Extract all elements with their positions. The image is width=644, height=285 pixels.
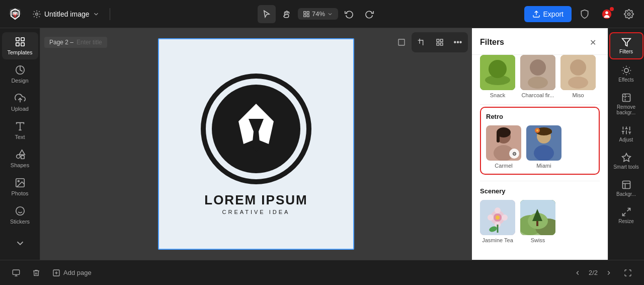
logo-subtitle: CREATIVE IDEA xyxy=(204,209,307,215)
svg-point-59 xyxy=(495,207,501,213)
next-page-button[interactable] xyxy=(602,266,616,280)
filter-thumb-miami xyxy=(526,125,561,161)
sidebar-label-text: Text xyxy=(15,134,25,140)
canvas-tools-center: 74% xyxy=(258,5,378,23)
filter-item-swiss[interactable]: Swiss xyxy=(520,200,555,243)
profile-button[interactable] xyxy=(598,5,616,23)
separator xyxy=(110,8,110,20)
sidebar-item-shapes[interactable]: Shapes xyxy=(2,145,38,172)
sidebar-label-design: Design xyxy=(11,78,28,84)
sidebar-item-stickers[interactable]: Stickers xyxy=(2,201,38,229)
svg-line-78 xyxy=(623,67,623,68)
filter-item-snack[interactable]: Snack xyxy=(480,55,515,98)
svg-marker-74 xyxy=(622,39,630,46)
filter-thumb-carmel: ⚙ xyxy=(486,125,521,161)
sidebar-item-upload[interactable]: Upload xyxy=(2,89,38,116)
page-number-label: Page 2 – xyxy=(49,39,73,46)
svg-rect-97 xyxy=(13,270,19,274)
select-tool-button[interactable] xyxy=(258,5,276,23)
svg-rect-9 xyxy=(16,38,19,41)
right-sidebar-label-remove-bg: Remove backgr... xyxy=(611,104,641,115)
svg-rect-0 xyxy=(13,12,18,15)
frame-button[interactable] xyxy=(393,34,410,50)
right-sidebar-item-adjust[interactable]: Adjust xyxy=(609,121,643,147)
svg-line-82 xyxy=(623,73,623,74)
svg-point-8 xyxy=(628,13,630,15)
hand-tool-button[interactable] xyxy=(278,5,296,23)
filter-thumb-jasmine xyxy=(480,200,515,235)
profile-wrapper xyxy=(598,5,616,23)
svg-point-21 xyxy=(18,180,19,182)
sidebar-label-shapes: Shapes xyxy=(11,162,29,168)
chevron-down-icon xyxy=(93,11,100,18)
svg-rect-10 xyxy=(21,38,24,41)
canvas-area: Page 2 – Enter title xyxy=(40,28,472,260)
present-button[interactable] xyxy=(8,265,24,281)
export-button[interactable]: Export xyxy=(524,6,572,22)
export-label: Export xyxy=(543,10,564,18)
shield-icon-button[interactable] xyxy=(576,5,594,23)
filter-thumb-miso xyxy=(560,55,596,90)
svg-point-41 xyxy=(528,77,548,89)
prev-page-button[interactable] xyxy=(571,266,585,280)
settings-button[interactable] xyxy=(620,5,638,23)
add-page-button[interactable]: Add page xyxy=(48,267,96,279)
svg-point-61 xyxy=(488,215,494,221)
crop-tool-button[interactable] xyxy=(414,34,430,50)
redo-button[interactable] xyxy=(360,5,378,23)
right-sidebar-label-background: Backgr... xyxy=(616,191,636,197)
filter-item-miso[interactable]: Miso xyxy=(560,55,596,98)
expand-sidebar-button[interactable] xyxy=(2,234,38,253)
filters-panel: Filters ✕ Snack xyxy=(472,28,608,260)
file-title: Untitled image xyxy=(44,10,90,18)
chevron-down-icon xyxy=(327,11,333,17)
sidebar-item-templates[interactable]: Templates xyxy=(2,32,38,59)
delete-button[interactable] xyxy=(28,265,44,281)
svg-point-64 xyxy=(496,216,500,220)
grid-tool-button[interactable] xyxy=(432,34,448,50)
filter-item-carmel[interactable]: ⚙ Carmel xyxy=(486,125,521,169)
svg-point-62 xyxy=(502,215,508,221)
right-sidebar-item-background[interactable]: Backgr... xyxy=(609,176,643,201)
filter-item-miami[interactable]: Miami xyxy=(526,125,561,169)
filter-label-swiss: Swiss xyxy=(531,237,545,243)
right-sidebar-label-filters: Filters xyxy=(619,49,633,54)
sidebar-item-design[interactable]: Design xyxy=(2,60,38,88)
fullscreen-button[interactable] xyxy=(620,265,636,281)
filter-label-carmel: Carmel xyxy=(495,163,512,169)
logo-svg xyxy=(201,74,311,184)
page-title-placeholder[interactable]: Enter title xyxy=(76,39,102,46)
zoom-control[interactable]: 74% xyxy=(298,8,338,20)
filter-item-charcoal[interactable]: Charcoal fir... xyxy=(520,55,555,98)
svg-rect-19 xyxy=(21,156,24,159)
svg-rect-28 xyxy=(437,43,439,45)
right-sidebar-item-resize[interactable]: Resize xyxy=(609,203,643,228)
filter-item-jasmine-tea[interactable]: Jasmine Tea xyxy=(480,200,515,243)
logo-text-block: LOREM IPSUM CREATIVE IDEA xyxy=(204,192,307,215)
file-name[interactable]: Untitled image xyxy=(28,8,104,21)
filter-label-miami: Miami xyxy=(536,163,551,169)
svg-point-43 xyxy=(570,59,586,76)
svg-point-52 xyxy=(534,145,554,161)
canvas-page[interactable]: LOREM IPSUM CREATIVE IDEA xyxy=(158,38,354,250)
more-options-button[interactable]: ••• xyxy=(450,34,466,50)
svg-rect-2 xyxy=(304,11,306,13)
app-logo[interactable] xyxy=(6,5,24,23)
filter-label-charcoal: Charcoal fir... xyxy=(522,92,554,98)
left-sidebar: Templates Design Upload Text xyxy=(0,28,40,260)
notification-dot xyxy=(610,7,614,11)
right-sidebar-item-effects[interactable]: Effects xyxy=(609,61,643,87)
svg-marker-18 xyxy=(19,150,25,155)
logo-title: LOREM IPSUM xyxy=(204,192,307,208)
filters-close-button[interactable]: ✕ xyxy=(586,35,600,49)
right-sidebar-item-remove-bg[interactable]: Remove backgr... xyxy=(609,89,643,119)
right-sidebar-item-filters[interactable]: Filters xyxy=(609,32,643,59)
canvas-tool-group: ••• xyxy=(412,32,468,52)
undo-button[interactable] xyxy=(340,5,358,23)
filter-label-miso: Miso xyxy=(572,92,584,98)
right-sidebar-item-smart-tools[interactable]: Smart tools xyxy=(609,149,643,174)
bottom-right: 2/2 xyxy=(571,265,636,281)
sidebar-item-text[interactable]: Text xyxy=(2,117,38,144)
canvas-toolbar: Page 2 – Enter title xyxy=(40,28,472,56)
sidebar-item-photos[interactable]: Photos xyxy=(2,173,38,200)
